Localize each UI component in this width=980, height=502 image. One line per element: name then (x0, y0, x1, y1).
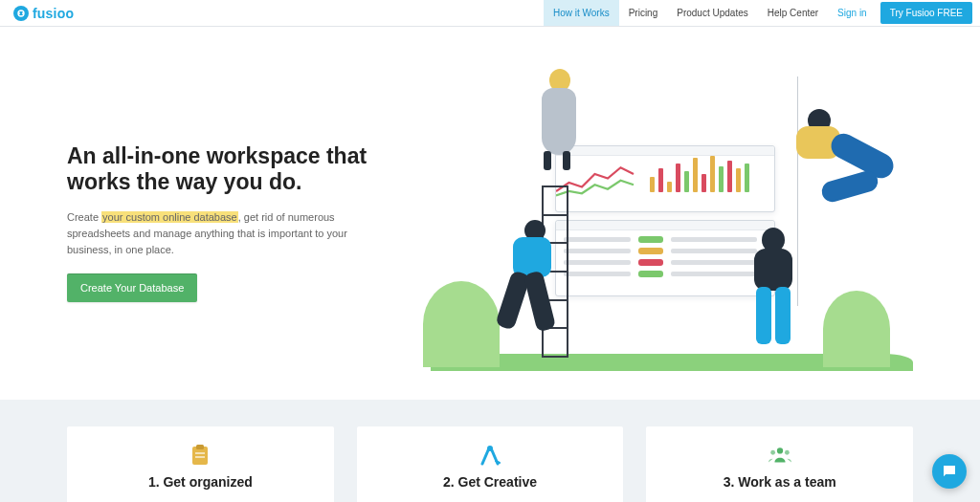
clipboard-icon (189, 444, 212, 467)
bush-right (823, 291, 890, 367)
hero-copy-block: An all-in-one workspace that works the w… (67, 143, 392, 302)
feature-title: 2. Get Creative (372, 474, 609, 490)
bar (745, 164, 749, 192)
panel-header (556, 146, 774, 156)
bar (710, 156, 715, 193)
bar (719, 166, 724, 193)
person-right (779, 109, 903, 224)
svg-point-1 (22, 12, 24, 14)
bar (676, 164, 680, 192)
svg-point-7 (777, 447, 783, 453)
list-item (564, 248, 767, 254)
bar (693, 158, 698, 192)
svg-point-8 (770, 450, 775, 455)
nav-item-help-center[interactable]: Help Center (758, 0, 828, 26)
person-bottom-left (486, 220, 572, 363)
try-free-button[interactable]: Try Fusioo FREE (880, 2, 972, 24)
chat-launcher[interactable] (932, 454, 967, 489)
person-top (530, 69, 588, 174)
compass-icon (479, 444, 501, 467)
svg-rect-5 (195, 456, 205, 458)
features-section: 1. Get organized2. Get Creative3. Work a… (0, 400, 980, 502)
bar-chart-icon (642, 156, 757, 198)
bar (667, 182, 672, 192)
person-bottom-right (741, 228, 808, 361)
nav-item-pricing[interactable]: Pricing (619, 0, 668, 26)
bar (736, 168, 741, 192)
team-icon (768, 444, 791, 467)
chat-icon (941, 463, 958, 480)
svg-point-9 (785, 450, 790, 455)
feature-card: 3. Work as a team (646, 426, 913, 502)
signin-link[interactable]: Sign in (828, 8, 877, 18)
hero-highlight: your custom online database (101, 211, 238, 223)
nav-item-product-updates[interactable]: Product Updates (667, 0, 758, 26)
feature-card: 1. Get organized (67, 426, 334, 502)
brand[interactable]: fusioo (8, 6, 74, 21)
hero-illustration (431, 75, 913, 371)
svg-rect-3 (196, 445, 204, 449)
top-nav: fusioo How it WorksPricingProduct Update… (0, 0, 980, 27)
bar (702, 174, 706, 192)
feature-title: 1. Get organized (82, 474, 319, 490)
bar (684, 171, 689, 192)
bar (727, 161, 732, 192)
bar (658, 168, 663, 192)
svg-point-0 (18, 12, 20, 14)
hero-section: An all-in-one workspace that works the w… (0, 27, 980, 400)
chart-panel (555, 145, 775, 212)
list-item (564, 259, 767, 266)
list-item (564, 236, 767, 243)
logo-icon (13, 6, 29, 21)
feature-card: 2. Get Creative (357, 426, 624, 502)
hero-title: An all-in-one workspace that works the w… (67, 143, 392, 196)
svg-rect-4 (195, 452, 205, 454)
hero-copy: Create your custom online database, get … (67, 209, 392, 258)
nav-item-how-it-works[interactable]: How it Works (544, 0, 619, 26)
create-database-button[interactable]: Create Your Database (67, 273, 197, 302)
list-item (564, 271, 767, 277)
feature-title: 3. Work as a team (661, 474, 898, 490)
bar (650, 177, 655, 193)
brand-name: fusioo (33, 6, 74, 21)
nav-links: How it WorksPricingProduct UpdatesHelp C… (544, 0, 972, 26)
